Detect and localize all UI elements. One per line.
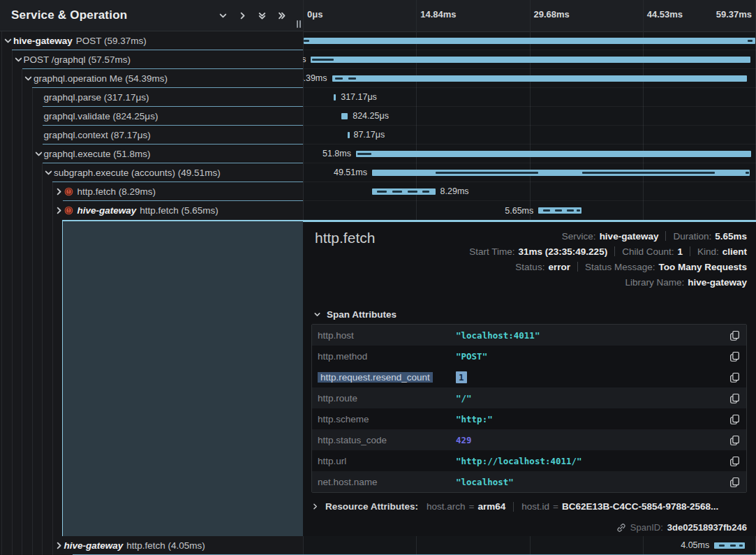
span-name-label: graphql.context (87.17μs) bbox=[44, 130, 151, 140]
copy-icon bbox=[729, 414, 740, 424]
double-chevron-down-button[interactable] bbox=[258, 11, 267, 20]
span-name-label: graphql.parse (317.17μs) bbox=[44, 92, 149, 103]
meta-line: Status:errorStatus Message:Too Many Requ… bbox=[515, 259, 747, 274]
operation-name: http.fetch (4.05ms) bbox=[126, 540, 205, 551]
span-id-value: 3de02518937fb246 bbox=[667, 522, 747, 533]
tree-row[interactable]: graphql.execute (51.8ms) bbox=[0, 145, 303, 163]
error-icon bbox=[64, 206, 73, 215]
span-bar[interactable] bbox=[341, 113, 348, 119]
copy-value-button[interactable] bbox=[729, 372, 740, 383]
expand-toggle[interactable] bbox=[54, 205, 64, 216]
operation-name: subgraph.execute (accounts) (49.51ms) bbox=[54, 168, 221, 178]
span-name-label: http.fetch (8.29ms) bbox=[77, 186, 156, 197]
span-meta: Service:hive-gatewayDuration:5.65msStart… bbox=[469, 228, 747, 290]
expand-toggle[interactable] bbox=[3, 36, 13, 46]
service-name: hive-gateway bbox=[77, 205, 137, 216]
timeline-row[interactable]: 87.17μs bbox=[303, 126, 756, 145]
expand-toggle[interactable] bbox=[54, 540, 64, 551]
meta-label: Start Time: bbox=[469, 246, 514, 257]
copy-value-button[interactable] bbox=[729, 456, 740, 466]
timeline-row[interactable]: 4.05ms bbox=[303, 536, 756, 555]
operation-name: graphql.context (87.17μs) bbox=[44, 130, 151, 140]
tree-row[interactable]: http.fetch (8.29ms) bbox=[0, 182, 303, 201]
copy-icon bbox=[729, 393, 740, 404]
tree-row[interactable]: POST /graphql (57.57ms) bbox=[0, 50, 303, 69]
tree-row[interactable]: subgraph.execute (accounts) (49.51ms) bbox=[0, 163, 303, 182]
tree-row[interactable]: hive-gatewayhttp.fetch (4.05ms) bbox=[0, 536, 303, 555]
service-name: hive-gateway bbox=[13, 36, 73, 46]
span-bar[interactable] bbox=[348, 132, 349, 138]
expand-toggle[interactable] bbox=[23, 73, 34, 84]
resource-attributes-header[interactable]: Resource Attributes: bbox=[325, 501, 418, 512]
span-duration-label: 317.17μs bbox=[341, 92, 377, 102]
selected-text: http.request.resend_count bbox=[318, 372, 433, 383]
expand-toggle[interactable] bbox=[13, 54, 24, 65]
timeline-row[interactable]: 5.65ms bbox=[303, 201, 756, 220]
meta-label: Child Count: bbox=[622, 246, 674, 257]
child-span-marker bbox=[377, 191, 387, 193]
attribute-key: http.url bbox=[312, 456, 456, 466]
attribute-value: "localhost" bbox=[456, 477, 514, 487]
child-span-marker bbox=[577, 209, 579, 212]
tree-row[interactable]: graphql.validate (824.25μs) bbox=[0, 107, 303, 126]
copy-value-button[interactable] bbox=[729, 435, 740, 445]
timeline-row[interactable]: 51.8ms bbox=[303, 145, 756, 163]
chevron-down-icon bbox=[14, 55, 23, 64]
tree-row[interactable]: hive-gatewayhttp.fetch (5.65ms) bbox=[0, 201, 303, 220]
operation-name: POST (59.37ms) bbox=[76, 36, 147, 46]
span-attributes-section-header[interactable]: Span Attributes bbox=[313, 309, 396, 320]
tree-row[interactable]: graphql.parse (317.17μs) bbox=[0, 88, 303, 107]
timeline-row[interactable] bbox=[303, 31, 756, 50]
timeline-row[interactable]: 49.51ms bbox=[303, 163, 756, 182]
timeline-row[interactable]: 57.57ms bbox=[303, 50, 756, 69]
double-chevron-right-button[interactable] bbox=[277, 11, 286, 20]
attribute-row: http.host"localhost:4011" bbox=[312, 325, 746, 346]
tree-row[interactable]: hive-gatewayPOST (59.37ms) bbox=[0, 31, 303, 50]
link-icon[interactable] bbox=[616, 523, 626, 533]
meta-label: Status Message: bbox=[585, 262, 655, 272]
timeline-row[interactable]: 824.25μs bbox=[303, 107, 756, 126]
expand-toggle[interactable] bbox=[54, 186, 64, 197]
copy-value-button[interactable] bbox=[729, 477, 740, 487]
child-span-marker bbox=[543, 209, 549, 212]
span-bar[interactable] bbox=[332, 75, 748, 82]
meta-value: client bbox=[722, 246, 747, 257]
chevron-right-button[interactable] bbox=[238, 11, 247, 20]
collapse-controls bbox=[218, 0, 286, 31]
tree-row[interactable]: graphql.operation Me (54.39ms) bbox=[0, 69, 303, 88]
column-resizer-handle[interactable] bbox=[297, 20, 301, 28]
span-bar[interactable] bbox=[304, 38, 756, 44]
copy-value-button[interactable] bbox=[729, 393, 740, 404]
timeline-row[interactable]: 317.17μs bbox=[303, 88, 756, 107]
attribute-row: http.url"http://localhost:4011/" bbox=[312, 450, 746, 471]
span-duration-label: 8.29ms bbox=[440, 186, 469, 196]
span-name-label: hive-gatewayhttp.fetch (5.65ms) bbox=[77, 205, 218, 216]
timeline-row[interactable]: 54.39ms bbox=[303, 69, 756, 88]
span-bar[interactable] bbox=[334, 94, 336, 101]
attribute-value: "POST" bbox=[456, 351, 487, 362]
copy-icon bbox=[729, 435, 740, 445]
attribute-row: http.scheme"http:" bbox=[312, 408, 746, 429]
copy-value-button[interactable] bbox=[729, 330, 740, 341]
chevron-down-icon bbox=[313, 311, 321, 318]
tree-row[interactable]: graphql.context (87.17μs) bbox=[0, 126, 303, 145]
copy-value-button[interactable] bbox=[729, 414, 740, 424]
child-span-marker bbox=[348, 77, 356, 80]
expand-toggle[interactable] bbox=[43, 168, 54, 178]
span-bar[interactable] bbox=[356, 151, 751, 157]
attribute-value: "http:" bbox=[456, 414, 493, 424]
attribute-key: http.method bbox=[312, 351, 456, 362]
copy-value-button[interactable] bbox=[729, 351, 740, 362]
span-title: http.fetch bbox=[315, 230, 375, 246]
span-duration-label: 5.65ms bbox=[505, 206, 533, 216]
timeline-row[interactable]: 8.29ms bbox=[303, 182, 756, 201]
child-span-marker bbox=[748, 40, 753, 42]
span-duration-label: 824.25μs bbox=[353, 111, 389, 121]
chevron-right-icon bbox=[311, 503, 319, 510]
double-chevron-down-icon bbox=[258, 11, 267, 20]
operation-name: http.fetch (5.65ms) bbox=[140, 205, 218, 216]
chevron-down-button[interactable] bbox=[218, 11, 228, 20]
span-bar[interactable] bbox=[311, 57, 750, 63]
attribute-value: "/" bbox=[456, 393, 472, 404]
expand-toggle[interactable] bbox=[34, 149, 44, 159]
